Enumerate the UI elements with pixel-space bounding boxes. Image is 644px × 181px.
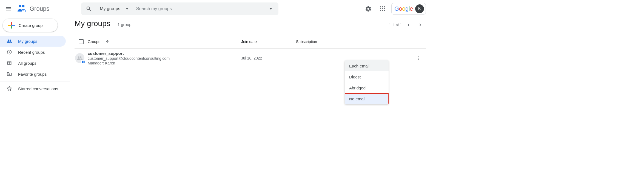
- search-input[interactable]: [136, 2, 265, 15]
- svg-point-15: [418, 58, 419, 59]
- svg-point-13: [384, 10, 385, 11]
- main-menu-button[interactable]: [2, 2, 15, 15]
- search-scope-dropdown[interactable]: My groups: [100, 6, 129, 11]
- group-manager: Manager: Karen: [88, 61, 170, 65]
- create-group-label: Create group: [19, 23, 43, 28]
- page-title: My groups: [75, 19, 110, 28]
- page-prev-button[interactable]: [403, 19, 414, 30]
- sidebar-item-label: Recent groups: [18, 50, 45, 55]
- plus-icon: [8, 22, 15, 29]
- bookmark-folder-icon: [7, 71, 12, 77]
- svg-point-1: [22, 5, 25, 7]
- sidebar-item-label: Favorite groups: [18, 72, 47, 77]
- more-vert-icon: [416, 56, 421, 61]
- group-count: 1 group: [118, 22, 132, 27]
- group-avatar: [75, 53, 84, 63]
- main-content: My groups 1 group 1–1 of 1 Groups Join d…: [75, 19, 426, 68]
- subscription-option-digest[interactable]: Digest: [345, 71, 389, 82]
- svg-point-12: [382, 10, 383, 11]
- groups-logo-icon: [16, 3, 27, 14]
- product-logo[interactable]: Groups: [16, 3, 49, 14]
- page-next-button[interactable]: [415, 19, 426, 30]
- star-icon: [7, 86, 12, 91]
- svg-point-5: [380, 6, 381, 7]
- subscription-option-each-email[interactable]: Each email: [345, 60, 389, 71]
- subscription-option-no-email[interactable]: No email: [345, 93, 389, 104]
- hamburger-icon: [5, 5, 12, 12]
- pagination: 1–1 of 1: [389, 19, 426, 30]
- svg-point-0: [19, 5, 21, 7]
- search-icon: [86, 6, 92, 12]
- col-join-header[interactable]: Join date: [241, 39, 257, 44]
- chevron-down-icon: [269, 7, 272, 10]
- clock-icon: [7, 49, 12, 55]
- subscription-menu: Each email Digest Abridged No email: [345, 60, 389, 104]
- chevron-right-icon: [418, 22, 423, 28]
- svg-rect-4: [22, 11, 24, 11]
- sidebar-item-favorite-groups[interactable]: Favorite groups: [0, 69, 66, 80]
- search-scope-label: My groups: [100, 6, 120, 11]
- search-bar: My groups: [81, 2, 278, 15]
- subscription-option-abridged[interactable]: Abridged: [345, 82, 389, 93]
- menu-item-label: Digest: [349, 75, 361, 79]
- chevron-down-icon: [126, 7, 129, 10]
- group-name: customer_support: [88, 51, 170, 56]
- group-email: customer_support@cloudcontentconsulting.…: [88, 56, 170, 61]
- table-icon: [7, 60, 12, 66]
- svg-point-6: [382, 6, 383, 7]
- sidebar: Create group My groups Recent groups All…: [0, 19, 70, 94]
- search-button[interactable]: [83, 3, 94, 14]
- account-switcher[interactable]: Google K: [391, 3, 426, 15]
- row-more-button[interactable]: [413, 53, 424, 64]
- search-options-dropdown[interactable]: [265, 3, 276, 14]
- sidebar-item-label: My groups: [18, 39, 37, 44]
- settings-button[interactable]: [363, 3, 374, 14]
- pagination-range: 1–1 of 1: [389, 23, 402, 27]
- svg-rect-2: [22, 10, 25, 12]
- select-all-checkbox[interactable]: [79, 39, 84, 44]
- sidebar-item-label: Starred conversations: [18, 86, 58, 91]
- role-badge-icon: [81, 60, 86, 64]
- svg-rect-3: [22, 10, 24, 10]
- create-group-button[interactable]: Create group: [3, 19, 58, 32]
- sidebar-divider: [0, 81, 70, 81]
- avatar-initial: K: [418, 6, 421, 11]
- sidebar-item-recent-groups[interactable]: Recent groups: [0, 47, 66, 58]
- table-header: Groups Join date Subscription: [75, 35, 426, 49]
- col-sub-header[interactable]: Subscription: [296, 39, 317, 44]
- menu-item-label: No email: [349, 97, 365, 101]
- menu-item-label: Each email: [349, 64, 369, 68]
- chevron-left-icon: [406, 22, 411, 28]
- svg-point-7: [384, 6, 385, 7]
- people-icon: [7, 38, 12, 44]
- sidebar-item-my-groups[interactable]: My groups: [0, 36, 66, 47]
- col-groups-header[interactable]: Groups: [88, 39, 100, 44]
- join-date: Jul 18, 2022: [241, 56, 262, 60]
- avatar: K: [415, 4, 424, 13]
- svg-point-9: [382, 8, 383, 9]
- svg-point-16: [418, 59, 419, 60]
- svg-point-10: [384, 8, 385, 9]
- sidebar-item-all-groups[interactable]: All groups: [0, 58, 66, 69]
- svg-point-14: [418, 56, 419, 57]
- apps-grid-icon: [379, 5, 386, 12]
- sidebar-item-starred-conversations[interactable]: Starred conversations: [0, 83, 66, 94]
- svg-point-8: [380, 8, 381, 9]
- gear-icon: [365, 5, 372, 12]
- menu-item-label: Abridged: [349, 86, 366, 90]
- google-logo-text: Google: [394, 5, 413, 12]
- sidebar-item-label: All groups: [18, 61, 36, 66]
- apps-button[interactable]: [377, 3, 388, 14]
- app-name: Groups: [30, 5, 49, 12]
- svg-point-11: [380, 10, 381, 11]
- sort-arrow-icon[interactable]: [105, 39, 110, 44]
